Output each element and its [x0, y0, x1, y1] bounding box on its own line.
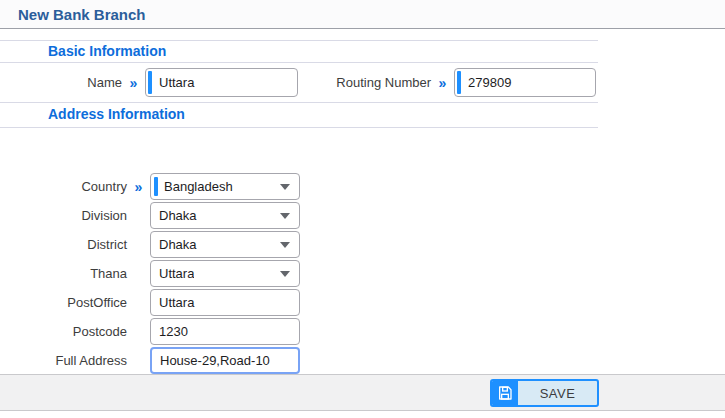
dropdown-arrow-icon	[280, 271, 290, 277]
name-label: Name	[0, 75, 122, 90]
postcode-label: Postcode	[0, 324, 127, 339]
required-marker-icon: »	[122, 75, 145, 91]
routing-number-label: Routing Number	[326, 75, 431, 90]
name-input[interactable]	[145, 68, 298, 97]
post-office-input[interactable]	[150, 289, 300, 316]
postcode-input[interactable]	[150, 318, 300, 345]
division-select-value: Dhaka	[159, 208, 197, 223]
save-icon-box	[492, 381, 518, 405]
district-label: District	[0, 237, 127, 252]
page-header: New Bank Branch	[0, 0, 725, 29]
required-marker-icon: »	[127, 179, 150, 195]
new-bank-branch-page: New Bank Branch Basic Information Name »…	[0, 0, 725, 418]
full-address-input[interactable]	[150, 347, 300, 374]
form-row-post-office: PostOffice	[0, 288, 598, 317]
address-form: Country » Bangladesh Division Dhaka Dist…	[0, 172, 598, 375]
divider	[0, 127, 598, 128]
post-office-label: PostOffice	[0, 295, 127, 310]
dropdown-arrow-icon	[280, 242, 290, 248]
basic-information-heading: Basic Information	[48, 43, 166, 59]
district-select[interactable]: Dhaka	[150, 231, 300, 258]
required-accent-bar	[154, 177, 158, 196]
country-select-value: Bangladesh	[164, 179, 233, 194]
thana-select[interactable]: Uttara	[150, 260, 300, 287]
thana-label: Thana	[0, 266, 127, 281]
save-button[interactable]: SAVE	[490, 379, 599, 407]
full-address-label: Full Address	[0, 353, 127, 368]
form-row-country: Country » Bangladesh	[0, 172, 598, 201]
division-select[interactable]: Dhaka	[150, 202, 300, 229]
district-select-value: Dhaka	[159, 237, 197, 252]
country-label: Country	[0, 179, 127, 194]
dropdown-arrow-icon	[280, 184, 290, 190]
routing-number-input[interactable]	[454, 68, 596, 97]
form-row-postcode: Postcode	[0, 317, 598, 346]
form-row-division: Division Dhaka	[0, 201, 598, 230]
thana-select-value: Uttara	[159, 266, 194, 281]
save-button-label: SAVE	[518, 381, 597, 405]
divider	[0, 102, 598, 103]
footer-action-bar: SAVE	[0, 374, 725, 411]
dropdown-arrow-icon	[280, 213, 290, 219]
address-information-heading: Address Information	[48, 106, 185, 122]
divider	[0, 40, 598, 41]
routing-number-field-wrap	[454, 68, 596, 97]
form-row-thana: Thana Uttara	[0, 259, 598, 288]
page-title: New Bank Branch	[18, 6, 146, 23]
name-field-wrap	[145, 68, 298, 97]
country-select[interactable]: Bangladesh	[150, 173, 300, 200]
required-marker-icon: »	[431, 75, 454, 91]
form-row-full-address: Full Address	[0, 346, 598, 375]
form-row-district: District Dhaka	[0, 230, 598, 259]
division-label: Division	[0, 208, 127, 223]
floppy-disk-icon	[497, 385, 513, 401]
basic-information-row: Name » Routing Number »	[0, 63, 598, 102]
